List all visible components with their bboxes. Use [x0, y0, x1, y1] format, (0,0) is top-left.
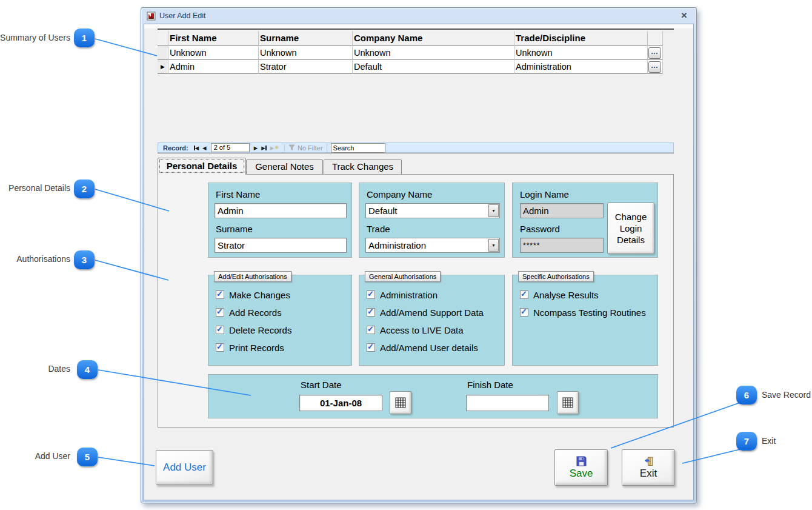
specific-authorisations-title: Specific Authorisations [518, 271, 594, 282]
add-user-button[interactable]: Add User [156, 450, 213, 485]
column-header-surname[interactable]: Surname [260, 30, 299, 46]
grid-line [168, 31, 168, 74]
filter-icon [288, 144, 295, 151]
password-label: Password [520, 224, 560, 234]
row-detail-button[interactable]: ... [648, 61, 661, 73]
callout-label-3: Authorisations [16, 254, 70, 264]
grid-line [662, 31, 663, 74]
checkbox-icon: ✓ [216, 326, 224, 334]
checkbox-analyse-results[interactable]: ✓ Analyse Results [520, 289, 599, 301]
personal-details-panel: First Name Surname Company Name Default … [158, 174, 674, 428]
tab-general-notes[interactable]: General Notes [246, 159, 323, 174]
start-date-input[interactable] [299, 395, 382, 411]
first-name-input[interactable] [215, 203, 347, 218]
checkbox-icon: ✓ [367, 290, 375, 299]
checkbox-ncompass-testing-routines[interactable]: ✓ Ncompass Testing Routines [520, 306, 646, 318]
trade-select[interactable]: Administration ▼ [365, 238, 500, 253]
checkbox-make-changes[interactable]: ✓ Make Changes [216, 289, 290, 301]
users-grid: First Name Surname Company Name Trade/Di… [158, 29, 674, 144]
separator [327, 144, 327, 152]
cell-trade-discipline[interactable]: Administration [516, 60, 571, 73]
surname-input[interactable] [215, 238, 347, 253]
callout-badge-5: 5 [77, 448, 98, 466]
record-navigator-label: Record: [163, 144, 188, 152]
login-name-field [520, 203, 604, 218]
change-login-details-button[interactable]: Change Login Details [607, 203, 654, 254]
first-name-label: First Name [216, 189, 260, 200]
checkbox-add-records[interactable]: ✓ Add Records [216, 306, 282, 318]
checkbox-administration[interactable]: ✓ Administration [367, 289, 438, 301]
window-title: User Add Edit [159, 12, 205, 20]
checkbox-icon: ✓ [216, 308, 224, 317]
grid-line [514, 31, 514, 74]
cell-first-name[interactable]: Unknown [170, 46, 206, 59]
previous-record-button[interactable]: ◀ [202, 145, 207, 151]
callout-badge-6: 6 [736, 386, 757, 404]
next-record-button[interactable]: ▶ [254, 145, 258, 151]
record-navigator: Record: ◀ ◀ 2 of 5 ▶ ▶ ▶✱ No Filter [158, 143, 674, 153]
surname-label: Surname [216, 224, 253, 234]
app-icon [147, 12, 156, 21]
exit-door-icon [644, 456, 654, 466]
name-panel: First Name Surname [208, 183, 352, 258]
table-row[interactable]: Unknown Unknown Unknown Unknown [158, 46, 663, 60]
trade-label: Trade [367, 224, 390, 234]
save-button[interactable]: Save [554, 449, 608, 486]
cell-surname[interactable]: Unknown [260, 46, 296, 59]
titlebar: User Add Edit ✕ [141, 8, 696, 24]
column-header-trade-discipline[interactable]: Trade/Discipline [516, 30, 585, 46]
calendar-icon [394, 397, 407, 409]
cell-trade-discipline[interactable]: Unknown [516, 46, 552, 59]
tab-track-changes[interactable]: Track Changes [324, 159, 402, 174]
cell-first-name[interactable]: Admin [170, 60, 195, 73]
new-record-button[interactable]: ▶✱ [270, 145, 279, 151]
checkbox-icon: ✓ [367, 343, 375, 352]
separator [284, 144, 285, 152]
checkbox-add-amend-support-data[interactable]: ✓ Add/Amend Support Data [367, 306, 484, 318]
exit-button[interactable]: Exit [622, 449, 675, 486]
tab-personal-details[interactable]: Personal Details [158, 158, 246, 175]
callout-badge-7: 7 [736, 432, 757, 451]
checkbox-icon: ✓ [216, 343, 224, 352]
search-input[interactable] [331, 143, 385, 153]
start-date-calendar-button[interactable] [390, 391, 411, 414]
chevron-down-icon[interactable]: ▼ [488, 239, 499, 252]
callout-label-4: Dates [48, 364, 70, 374]
column-header-first-name[interactable]: First Name [170, 30, 217, 46]
general-authorisations-title: General Authorisations [365, 271, 441, 282]
callout-label-2: Personal Details [8, 183, 70, 193]
company-name-label: Company Name [367, 189, 432, 200]
current-record-marker[interactable]: ▶ [158, 60, 168, 73]
finish-date-input[interactable] [466, 395, 549, 411]
cell-company-name[interactable]: Default [354, 60, 382, 73]
row-detail-button[interactable]: ... [648, 47, 661, 59]
cell-surname[interactable]: Strator [260, 60, 287, 73]
row-selector[interactable] [158, 46, 168, 59]
finish-date-label: Finish Date [467, 380, 513, 390]
checkbox-icon: ✓ [367, 326, 375, 334]
column-header-company-name[interactable]: Company Name [354, 30, 422, 46]
checkbox-print-records[interactable]: ✓ Print Records [216, 341, 284, 354]
grid-line [647, 31, 648, 74]
first-record-button[interactable]: ◀ [194, 145, 199, 151]
chevron-down-icon[interactable]: ▼ [488, 204, 499, 217]
grid-line [352, 31, 353, 74]
dates-panel: Start Date Finish Date [208, 374, 658, 418]
checkbox-add-amend-user-details[interactable]: ✓ Add/Amend User details [367, 341, 478, 354]
callout-badge-3: 3 [74, 250, 95, 269]
close-button[interactable]: ✕ [678, 10, 690, 21]
checkbox-delete-records[interactable]: ✓ Delete Records [216, 324, 291, 336]
last-record-button[interactable]: ▶ [261, 145, 267, 151]
no-filter-label: No Filter [298, 144, 323, 152]
checkbox-access-to-live-data[interactable]: ✓ Access to LIVE Data [367, 324, 464, 336]
user-add-edit-window: User Add Edit ✕ First Name Surname Compa… [141, 7, 697, 503]
callout-badge-2: 2 [74, 180, 95, 198]
company-select[interactable]: Default ▼ [365, 203, 500, 218]
no-filter-button[interactable]: No Filter [288, 144, 323, 152]
cell-company-name[interactable]: Unknown [354, 46, 390, 59]
finish-date-calendar-button[interactable] [557, 391, 579, 414]
record-position[interactable]: 2 of 5 [211, 143, 250, 152]
table-row-current[interactable]: ▶ Admin Strator Default Administration [158, 60, 663, 74]
specific-authorisations-panel: ✓ Analyse Results ✓ Ncompass Testing Rou… [512, 275, 658, 366]
start-date-label: Start Date [301, 380, 342, 390]
